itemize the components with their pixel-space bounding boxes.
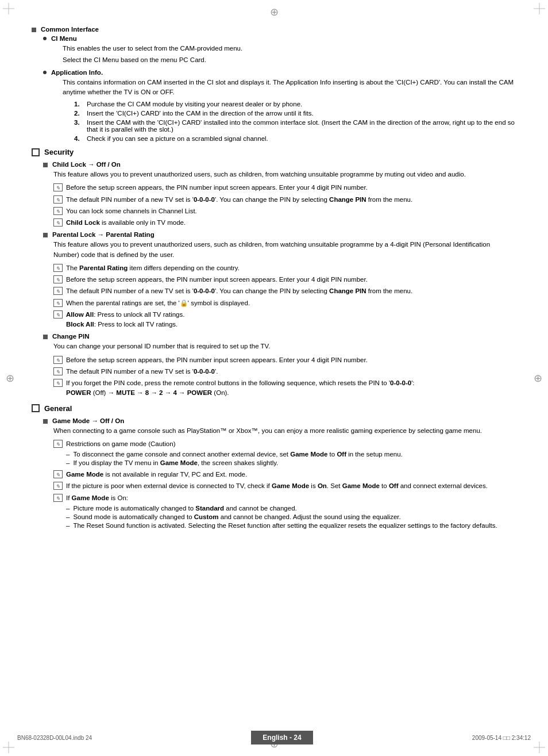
game-mode-restrictions-header: ✎ Restrictions on game mode (Caution) bbox=[53, 439, 516, 449]
note-icon-gm3: ✎ bbox=[53, 494, 63, 502]
note-icon-2: ✎ bbox=[53, 195, 63, 204]
child-lock-note-3: ✎ You can lock some channels in Channel … bbox=[53, 206, 516, 216]
note-icon-gm0: ✎ bbox=[53, 440, 63, 448]
step-4-num: 4. bbox=[74, 135, 82, 142]
security-checkbox-icon bbox=[32, 148, 40, 156]
note-icon-4: ✎ bbox=[53, 218, 63, 227]
parental-note-1: ✎ The Parental Rating item differs depen… bbox=[53, 263, 516, 273]
change-pin-note-2-text: The default PIN number of a new TV set i… bbox=[66, 367, 516, 377]
step-2-num: 2. bbox=[74, 110, 82, 117]
note-icon-cp2: ✎ bbox=[53, 367, 63, 375]
main-content: Common Interface CI Menu This enables th… bbox=[32, 26, 516, 529]
footer-left: BN68-02328D-00L04.indb 24 bbox=[17, 735, 92, 741]
child-lock-desc-block: This feature allows you to prevent unaut… bbox=[43, 170, 516, 179]
parental-note-5-text: Allow All: Press to unlock all TV rating… bbox=[66, 310, 516, 330]
change-pin-subsection: Change PIN You can change your personal … bbox=[43, 333, 516, 398]
step-1-text: Purchase the CI CAM module by visiting y… bbox=[87, 101, 302, 108]
parental-note-3-text: The default PIN number of a new TV set i… bbox=[66, 286, 516, 296]
common-interface-section: Common Interface CI Menu This enables th… bbox=[32, 26, 516, 142]
note-icon-p4: ✎ bbox=[53, 299, 63, 307]
note-icon-p3: ✎ bbox=[53, 287, 63, 295]
crosshair-right-icon: ⊕ bbox=[534, 372, 542, 385]
parental-note-4: ✎ When the parental ratings are set, the… bbox=[53, 298, 516, 308]
dash-2: – bbox=[66, 459, 70, 466]
bullet-square-icon bbox=[32, 28, 36, 32]
common-interface-title: Common Interface bbox=[41, 26, 99, 33]
child-lock-note-2-text: The default PIN number of a new TV set i… bbox=[66, 195, 516, 205]
crosshair-top-icon: ⊕ bbox=[270, 6, 279, 18]
change-pin-notes: ✎ Before the setup screen appears, the P… bbox=[43, 355, 516, 398]
parental-note-5: ✎ Allow All: Press to unlock all TV rati… bbox=[53, 310, 516, 330]
ci-menu-desc: This enables the user to select from the… bbox=[43, 44, 516, 66]
footer-right: 2009-05-14 □□ 2:34:12 bbox=[472, 735, 531, 741]
general-header: General bbox=[32, 404, 516, 413]
change-pin-bullet bbox=[43, 335, 48, 339]
child-lock-note-4: ✎ Child Lock is available only in TV mod… bbox=[53, 218, 516, 228]
child-lock-title: Child Lock → Off / On bbox=[52, 161, 121, 168]
step-3-text: Insert the CAM with the 'CI(CI+) CARD' i… bbox=[87, 119, 516, 133]
parental-lock-desc: This feature allows you to prevent unaut… bbox=[53, 240, 516, 260]
note-icon-cp1: ✎ bbox=[53, 356, 63, 364]
change-pin-note-1: ✎ Before the setup screen appears, the P… bbox=[53, 355, 516, 365]
note-icon-1: ✎ bbox=[53, 183, 63, 191]
step-1-num: 1. bbox=[74, 101, 82, 108]
parental-lock-desc-block: This feature allows you to prevent unaut… bbox=[43, 240, 516, 260]
general-checkbox-icon bbox=[32, 404, 40, 412]
dash-gm1: – bbox=[66, 505, 70, 512]
game-mode-note-3: ✎ If Game Mode is On: bbox=[53, 493, 516, 503]
footer: BN68-02328D-00L04.indb 24 English - 24 2… bbox=[0, 731, 548, 745]
child-lock-note-1-text: Before the setup screen appears, the PIN… bbox=[66, 183, 516, 193]
child-lock-notes: ✎ Before the setup screen appears, the P… bbox=[43, 183, 516, 228]
game-on-2: – Sound mode is automatically changed to… bbox=[66, 513, 516, 520]
game-mode-note-2-text: If the picture is poor when external dev… bbox=[66, 481, 516, 491]
step-4-text: Check if you can see a picture on a scra… bbox=[87, 135, 268, 142]
dash-gm3: – bbox=[66, 522, 70, 529]
child-lock-note-1: ✎ Before the setup screen appears, the P… bbox=[53, 183, 516, 193]
general-title: General bbox=[44, 404, 72, 413]
change-pin-title: Change PIN bbox=[52, 333, 90, 340]
note-icon-p2: ✎ bbox=[53, 275, 63, 283]
page: ⊕ ⊕ ⊕ Common Interface CI Menu This enab… bbox=[0, 0, 548, 756]
change-pin-note-3: ✎ If you forget the PIN code, press the … bbox=[53, 378, 516, 398]
parental-lock-bullet bbox=[43, 233, 48, 237]
game-mode-subsection: Game Mode → Off / On When connecting to … bbox=[43, 417, 516, 529]
security-section: Security Child Lock → Off / On This feat… bbox=[32, 148, 516, 398]
step-4: 4. Check if you can see a picture on a s… bbox=[74, 135, 516, 142]
child-lock-subsection: Child Lock → Off / On This feature allow… bbox=[43, 161, 516, 228]
game-on-2-text: Sound mode is automatically changed to C… bbox=[73, 513, 400, 520]
child-lock-note-4-text: Child Lock is available only in TV mode. bbox=[66, 218, 516, 228]
step-3-num: 3. bbox=[74, 119, 82, 126]
general-section: General Game Mode → Off / On When connec… bbox=[32, 404, 516, 529]
game-mode-desc-block: When connecting to a game console such a… bbox=[43, 426, 516, 436]
child-lock-desc: This feature allows you to prevent unaut… bbox=[53, 170, 516, 179]
note-icon-p5: ✎ bbox=[53, 310, 63, 318]
game-mode-bullet bbox=[43, 419, 48, 424]
game-mode-note-2: ✎ If the picture is poor when external d… bbox=[53, 481, 516, 491]
parental-note-4-text: When the parental ratings are set, the '… bbox=[66, 298, 516, 308]
game-on-3-text: The Reset Sound function is activated. S… bbox=[73, 522, 497, 529]
game-mode-title: Game Mode → Off / On bbox=[52, 417, 124, 424]
change-pin-note-2: ✎ The default PIN number of a new TV set… bbox=[53, 367, 516, 377]
change-pin-desc: You can change your personal ID number t… bbox=[53, 341, 516, 351]
corner-mark-tl bbox=[3, 3, 14, 14]
note-icon-cp3: ✎ bbox=[53, 379, 63, 387]
dash-1: – bbox=[66, 451, 70, 458]
game-on-1-text: Picture mode is automatically changed to… bbox=[73, 505, 296, 512]
step-3: 3. Insert the CAM with the 'CI(CI+) CARD… bbox=[74, 119, 516, 133]
game-mode-note-1: ✎ Game Mode is not available in regular … bbox=[53, 470, 516, 479]
step-2-text: Insert the 'CI(CI+) CARD' into the CAM i… bbox=[87, 110, 314, 117]
ci-menu-subsection: CI Menu This enables the user to select … bbox=[43, 35, 516, 66]
child-lock-bullet bbox=[43, 163, 48, 167]
corner-mark-tr bbox=[534, 3, 545, 14]
note-icon-gm2: ✎ bbox=[53, 482, 63, 490]
game-mode-on-list: – Picture mode is automatically changed … bbox=[53, 505, 516, 529]
change-pin-note-3-text: If you forget the PIN code, press the re… bbox=[66, 378, 516, 398]
note-icon-3: ✎ bbox=[53, 207, 63, 215]
app-info-title: Application Info. bbox=[51, 69, 103, 76]
security-header: Security bbox=[32, 148, 516, 156]
app-info-steps: 1. Purchase the CI CAM module by visitin… bbox=[55, 101, 516, 142]
app-info-desc-block: This contains information on CAM inserte… bbox=[43, 78, 516, 98]
crosshair-left-icon: ⊕ bbox=[6, 372, 14, 385]
change-pin-note-1-text: Before the setup screen appears, the PIN… bbox=[66, 355, 516, 365]
ci-menu-desc2: Select the CI Menu based on the menu PC … bbox=[63, 55, 516, 65]
